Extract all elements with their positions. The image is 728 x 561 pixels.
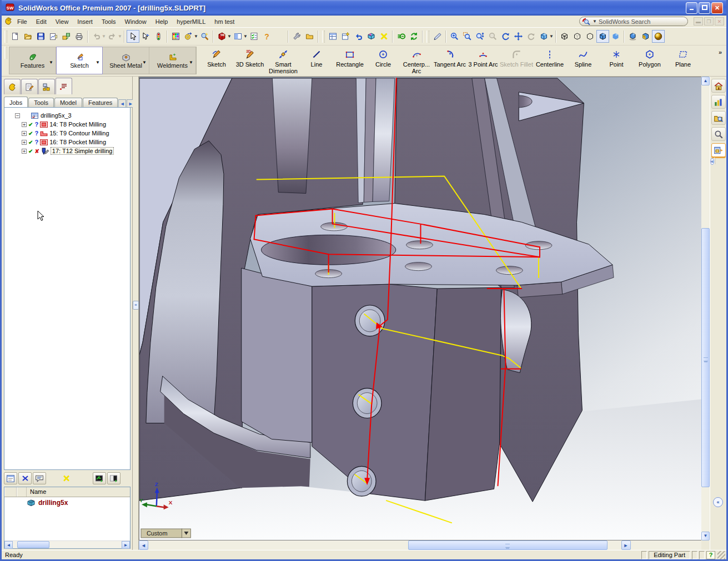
viewport-layout-button[interactable] [232,30,244,43]
task-pane-collapse-bottom-icon[interactable]: « [713,497,723,507]
tree-row-job-15[interactable]: + ✔? 15: T9 Contour Milling [8,129,129,138]
toggle-stock-button[interactable] [107,472,121,484]
minimize-button[interactable] [686,2,697,14]
print-button[interactable] [73,30,86,43]
search-box[interactable]: ▼ SolidWorks Search [579,17,688,26]
hscroll-left-arrow[interactable]: ◄ [139,540,148,550]
expand-icon[interactable]: + [22,149,27,154]
toolbar-grip[interactable] [4,31,7,43]
panel-tab-hypermill[interactable] [4,79,21,94]
menu-hypermill[interactable]: hyperMILL [172,17,210,26]
tree-row-job-14[interactable]: + ✔? 14: T8 Pocket Milling [8,120,129,129]
job-cancel-button[interactable] [59,472,73,484]
hidden-lines-visible-button[interactable] [571,30,584,43]
tab-jobs[interactable]: Jobs [4,97,28,108]
tool-line[interactable]: Line [300,47,333,74]
hm-undo-button[interactable] [352,30,365,43]
hm-model-button[interactable] [365,30,378,43]
search-dropdown-icon[interactable]: ▼ [593,19,597,24]
job-comment-button[interactable] [33,472,46,484]
resources-icon[interactable] [711,95,726,109]
tool-rectangle[interactable]: Rectangle [333,47,366,74]
task-pane-collapse-icon[interactable]: « [710,158,714,165]
rotate-about-axis-button[interactable] [525,30,538,43]
hscroll-thumb[interactable] [408,540,607,550]
panel-splitter[interactable]: « [133,77,139,550]
tool-sketch[interactable]: Sketch [200,47,233,74]
options-button[interactable] [248,30,260,43]
color-palette-button[interactable] [169,30,182,43]
hidden-lines-removed-button[interactable] [584,30,596,43]
help-button[interactable]: ? [260,30,273,43]
open-button[interactable] [22,30,34,43]
vscroll-down-arrow[interactable]: ▼ [701,532,710,540]
search-assistant-button[interactable] [198,30,211,43]
tool-spline[interactable]: Spline [566,47,600,74]
tool-centerpoint-arc[interactable]: Centerp... Arc [400,47,433,74]
section-view-button[interactable] [639,30,652,43]
resize-grip[interactable] [717,551,725,559]
hm-delete-button[interactable] [378,30,390,43]
stoplight-icon[interactable] [152,30,165,43]
tree-root-row[interactable]: − drilling5x_3 [8,111,129,120]
tool-3d-sketch[interactable]: 3D3D Sketch [233,47,267,74]
scroll-left-arrow[interactable]: ◄ [4,541,13,549]
expand-icon[interactable]: + [22,131,27,136]
horizontal-scrollbar[interactable]: ◄ ► [139,540,701,550]
menu-window[interactable]: Window [121,17,151,26]
zoom-selection-button[interactable] [486,30,499,43]
save-button[interactable] [34,30,47,43]
menu-file[interactable]: File [13,17,32,26]
menu-tools[interactable]: Tools [97,17,121,26]
file-explorer-icon[interactable] [711,127,726,141]
redo-button[interactable] [106,30,119,43]
expand-icon[interactable]: + [22,140,27,145]
tool-tangent-arc[interactable]: Tangent Arc [433,47,466,74]
tab-model[interactable]: Model [54,98,82,108]
measure-button[interactable] [182,30,195,43]
scroll-thumb[interactable] [17,541,49,548]
make-assembly-button[interactable] [60,30,73,43]
close-button[interactable]: ✕ [711,2,723,14]
tree-row-job-16[interactable]: + ✔? 16: T8 Pocket Milling [8,138,129,146]
tool-smart-dimension[interactable]: Smart Dimension [267,47,300,74]
panel-collapse-button[interactable]: « [133,301,139,310]
open-folder-button[interactable] [303,30,316,43]
quick-tips-icon[interactable]: ? [706,551,715,559]
tool-point[interactable]: Point [600,47,633,74]
expand-icon[interactable]: + [22,122,27,127]
undo-button[interactable] [90,30,103,43]
panel-tab-configurations[interactable] [38,79,55,94]
hm-new-job-button[interactable] [339,30,352,43]
task-pane-grip[interactable] [714,158,715,164]
graphics-viewport[interactable]: Z Y X Custom [139,77,701,540]
zoom-area-button[interactable] [461,30,474,43]
vscroll-up-arrow[interactable]: ▲ [701,77,710,85]
toolbar-overflow-chevron[interactable]: » [719,47,725,55]
wrench-tool-button[interactable] [290,30,303,43]
tab-tools[interactable]: Tools [28,98,54,108]
realview-button[interactable] [652,30,665,43]
stylus-button[interactable] [431,30,444,43]
name-list-scrollbar[interactable]: ◄ ► [4,540,130,548]
name-column-header[interactable]: Name [27,487,130,497]
pan-button[interactable] [512,30,525,43]
tool-sketch-fillet[interactable]: Sketch Fillet [500,47,533,74]
tab-sketch[interactable]: Sketch▼ [56,47,103,74]
scroll-right-arrow[interactable]: ► [122,541,130,549]
tab-features[interactable]: Features▼ [9,47,56,74]
view-selector-combo[interactable]: Custom [141,529,190,538]
collapse-icon[interactable]: − [15,113,20,118]
tree-row-job-17[interactable]: + ✔✘ 17: T12 Simple drilling [8,146,129,155]
shadows-button[interactable] [626,30,639,43]
menu-view[interactable]: View [51,17,73,26]
tab-sheet-metal[interactable]: Sheet Metal▼ [103,47,149,74]
wireframe-button[interactable] [558,30,571,43]
tab-scroll-left[interactable]: ◄ [118,99,126,108]
view-orientation-button[interactable] [538,30,550,43]
hm-update-button[interactable] [408,30,420,43]
vscroll-thumb[interactable] [701,228,710,487]
tab-weldments[interactable]: Weldments▼ [149,47,196,74]
tool-3-point-arc[interactable]: 3 Point Arc [466,47,500,74]
tool-polygon[interactable]: Polygon [633,47,666,74]
